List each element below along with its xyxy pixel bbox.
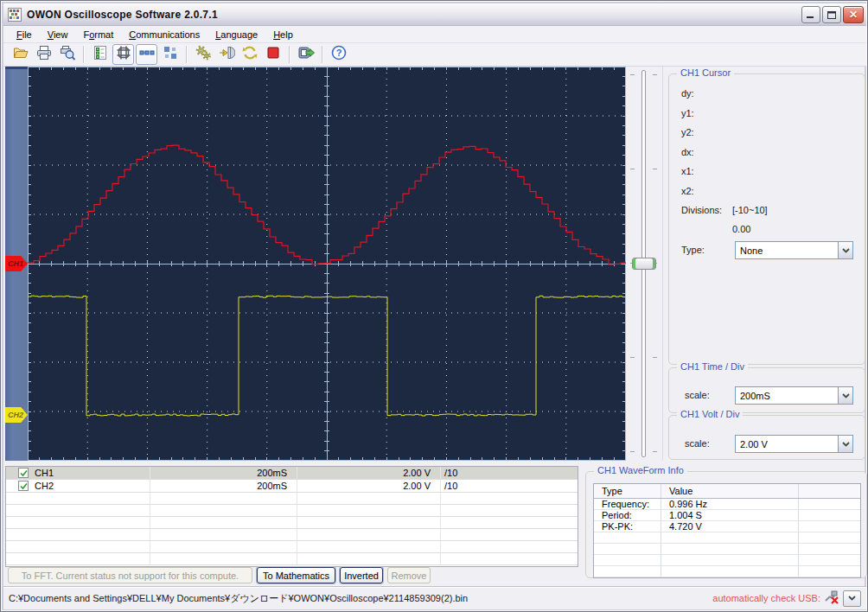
divisions-label: Divisions: [681,205,722,215]
channel-name: CH1 [35,468,54,478]
connect-icon [218,44,235,65]
print-preview-icon [59,44,76,65]
menu-format[interactable]: Format [75,28,121,41]
waveform-info-table: TypeValueFrequency:0.996 HzPeriod:1.004 … [593,483,861,578]
time-div-select[interactable]: 200mS [735,386,853,405]
channel-list-button[interactable] [89,44,111,65]
dot-line-icon [138,44,156,65]
column-header [799,484,860,498]
slider-tick [653,451,657,452]
open-file-button[interactable] [10,44,31,65]
channel-checkbox[interactable] [18,468,29,478]
minimize-button[interactable] [801,6,820,23]
waveform-info-cell: 1.004 S [661,510,799,520]
waveform-info-cell [799,499,860,509]
cursor-panel-title: CH1 Cursor [677,67,734,78]
time-div-value: 200mS [736,391,838,401]
menu-file[interactable]: File [9,28,40,41]
channel-checkbox[interactable] [18,481,29,491]
volt-scale-label: scale: [685,438,710,449]
menu-language[interactable]: Language [207,28,265,41]
printer-icon [35,44,53,65]
channel-probe: /10 [441,467,578,479]
channel-row-ch1[interactable]: CH1200mS2.00 V/10 [6,467,578,480]
folder-open-icon [12,44,29,65]
list-icon [92,44,109,65]
waveform-info-cell: Frequency: [594,499,661,509]
channel-row-empty [6,529,578,541]
record-button[interactable] [295,44,316,65]
slider-tick [630,74,635,75]
waveform-info-row: Frequency:0.996 Hz [594,499,860,510]
cursor-field-y1: y1: [681,108,694,118]
cursor-field-y2: y2: [681,127,694,137]
cursor-type-label: Type: [681,245,705,255]
channel-row-empty [6,505,578,517]
cursor-field-x1: x1: [681,166,694,176]
slider-tick [653,74,657,75]
channel-name: CH2 [35,481,54,491]
toolbar: ? [3,43,866,67]
print-button[interactable] [33,44,54,65]
channel-row-empty [6,553,578,565]
waveform-info-cell [799,521,860,532]
help-icon: ? [330,44,348,65]
menu-help[interactable]: Help [265,28,301,41]
volt-div-select[interactable]: 2.00 V [735,435,853,453]
toolbar-separator [186,46,187,63]
help-button[interactable]: ? [328,44,349,65]
close-button[interactable]: ✕ [843,6,864,23]
time-scale-label: scale: [685,390,710,400]
ch1-cursor-panel: CH1 Cursor dy:y1:y2:dx:x1:x2: Divisions:… [668,73,865,365]
print-preview-button[interactable] [56,44,78,65]
gears-icon [195,44,212,65]
stop-button[interactable] [262,44,284,65]
menu-communications[interactable]: Communications [121,28,207,41]
menu-view[interactable]: View [40,28,76,41]
chevron-down-icon[interactable] [838,387,852,404]
cursor-field-dy: dy: [681,88,694,99]
ch1-time-div-panel: CH1 Time / Div scale: 200mS [668,367,865,413]
settings-button[interactable] [192,44,214,65]
volt-div-value: 2.00 V [736,439,838,449]
volt-div-title: CH1 Volt / Div [677,409,743,419]
waveform-info-title: CH1 WaveForm Info [594,465,687,475]
slider-tick [653,357,657,358]
refresh-button[interactable] [239,44,260,65]
waveform-info-row: Period:1.004 S [594,510,860,521]
slider-tick [630,169,635,169]
usb-disconnected-icon[interactable] [824,590,839,608]
channel-probe: /10 [441,480,578,492]
panel-divider [662,67,663,461]
chevron-down-icon[interactable] [838,436,852,452]
waveform-info-cell: Period: [594,510,661,520]
cursor-field-dx: dx: [681,147,694,157]
waveform-info-row-empty [594,532,860,544]
waveform-info-row: PK-PK:4.720 V [594,521,860,532]
cursor-type-select[interactable]: None [735,241,853,259]
scope-display[interactable] [28,67,626,461]
inverted-button[interactable]: Inverted [340,567,383,583]
svg-text:?: ? [335,48,341,58]
grid-display-button[interactable] [112,44,134,65]
waveform-info-header: TypeValue [594,484,860,499]
record-icon [297,44,315,65]
to-mathematics-button[interactable]: To Mathematics [257,567,335,583]
slider-handle[interactable] [632,258,656,270]
slider-tick [630,451,635,452]
maximize-button[interactable] [822,6,841,23]
connect-device-button[interactable] [215,44,237,65]
channel-row-ch2[interactable]: CH2200mS2.00 V/10 [6,480,578,493]
window-title: OWON Oscilloscope Software 2.0.7.1 [27,9,218,21]
channel-volt-div: 2.00 V [297,467,441,479]
slider-tick [630,357,635,358]
dot-line-display-button[interactable] [136,44,157,65]
channel-row-empty [6,517,578,529]
title-bar: OWON Oscilloscope Software 2.0.7.1 ✕ [3,3,866,26]
usb-check-dropdown[interactable] [843,590,861,607]
tile-windows-button[interactable] [159,44,181,65]
channel-volt-div: 2.00 V [297,480,441,492]
waveform-info-cell: 0.996 Hz [661,499,799,509]
chevron-down-icon[interactable] [838,242,852,258]
to-fft-button: To FFT. Current status not support for t… [8,567,252,583]
